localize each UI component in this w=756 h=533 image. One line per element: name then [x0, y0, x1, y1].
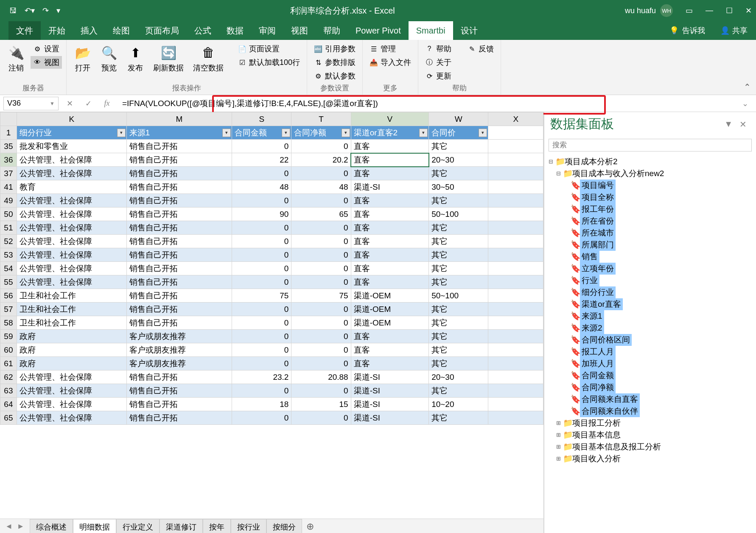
cell[interactable]: 其它: [429, 330, 488, 343]
cell[interactable]: 18: [232, 398, 291, 411]
row-header-55[interactable]: 55: [0, 275, 17, 289]
fx-icon[interactable]: fx: [99, 97, 115, 110]
sheet-nav-next-icon[interactable]: ►: [17, 522, 25, 531]
cell[interactable]: 其它: [429, 384, 488, 398]
cell[interactable]: 75: [232, 289, 291, 303]
menu-tab-插入[interactable]: 插入: [73, 21, 105, 40]
cell[interactable]: 0: [291, 343, 351, 357]
sheet-tab-明细数据[interactable]: 明细数据: [73, 519, 116, 533]
chevron-down-icon[interactable]: ▼: [50, 101, 55, 107]
panel-menu-icon[interactable]: ▼: [721, 119, 736, 129]
sheet-tab-按细分[interactable]: 按细分: [266, 519, 302, 533]
sheet-tab-按年[interactable]: 按年: [203, 519, 231, 533]
cell[interactable]: 销售自己开拓: [126, 398, 232, 411]
ribbon-设置[interactable]: ⚙设置: [31, 42, 62, 55]
cell[interactable]: 公共管理、社会保障: [17, 411, 126, 425]
menu-tab-设计[interactable]: 设计: [453, 21, 485, 40]
ribbon-注销[interactable]: 🔌注销: [4, 42, 28, 75]
ribbon-display-icon[interactable]: ▭: [686, 6, 693, 15]
cell[interactable]: 10~20: [429, 398, 488, 411]
tree-node[interactable]: 🔖来源1: [548, 310, 753, 322]
user-account[interactable]: wu huafu WH: [625, 4, 673, 17]
enter-formula-icon[interactable]: ✓: [81, 97, 96, 110]
row-header-49[interactable]: 49: [0, 194, 17, 208]
ribbon-更新[interactable]: ⟳更新: [423, 70, 454, 82]
expand-icon[interactable]: ⊟: [548, 156, 554, 168]
row-header-50[interactable]: 50: [0, 208, 17, 221]
cell[interactable]: 30~50: [429, 180, 488, 194]
table-header[interactable]: 渠道or直客2▾: [351, 126, 428, 140]
cell[interactable]: 销售自己开拓: [126, 235, 232, 248]
row-header-36[interactable]: 36: [0, 153, 17, 167]
cell[interactable]: 公共管理、社会保障: [17, 398, 126, 411]
sheet-tab-渠道修订[interactable]: 渠道修订: [160, 519, 203, 533]
tree-node[interactable]: ⊞📁项目基本信息: [548, 429, 753, 441]
cell[interactable]: 0: [291, 384, 351, 398]
filter-icon[interactable]: ▾: [479, 129, 487, 137]
tree-node[interactable]: 🔖销售: [548, 251, 753, 263]
cell[interactable]: 20~30: [429, 153, 488, 167]
share-button[interactable]: 👤共享: [712, 21, 756, 40]
cell[interactable]: 0: [232, 235, 291, 248]
filter-icon[interactable]: ▾: [117, 129, 126, 137]
table-header[interactable]: 细分行业▾: [17, 126, 126, 140]
cell[interactable]: 销售自己开拓: [126, 167, 232, 180]
panel-search-input[interactable]: [549, 139, 752, 151]
cell[interactable]: 直客: [351, 153, 428, 167]
tree-node[interactable]: 🔖渠道or直客: [548, 298, 753, 310]
tree-node[interactable]: ⊟📁项目成本与收入分析new2: [548, 168, 753, 180]
ribbon-引用参数[interactable]: 🔤引用参数: [311, 42, 358, 55]
cell[interactable]: 其它: [429, 167, 488, 180]
cell[interactable]: 卫生和社会工作: [17, 316, 126, 330]
row-header-37[interactable]: 37: [0, 167, 17, 180]
table-header[interactable]: 合同金额▾: [232, 126, 291, 140]
tree-node[interactable]: 🔖立项年份: [548, 263, 753, 275]
tree-node[interactable]: 🔖项目编号: [548, 180, 753, 191]
formula-input[interactable]: [118, 97, 734, 110]
expand-icon[interactable]: ⊞: [555, 429, 561, 441]
ribbon-关于[interactable]: ⓘ关于: [423, 56, 454, 69]
menu-tab-Power Pivot[interactable]: Power Pivot: [348, 21, 409, 40]
cell[interactable]: 50~100: [429, 289, 488, 303]
menu-tab-文件[interactable]: 文件: [8, 21, 41, 40]
cell[interactable]: 15: [291, 398, 351, 411]
row-header-61[interactable]: 61: [0, 357, 17, 370]
ribbon-清空数据[interactable]: 🗑清空数据: [190, 42, 227, 75]
undo-icon[interactable]: ↶▾: [25, 6, 35, 15]
tree-node[interactable]: 🔖加班人月: [548, 358, 753, 370]
cell[interactable]: 公共管理、社会保障: [17, 208, 126, 221]
cell[interactable]: 50~100: [429, 208, 488, 221]
cell[interactable]: 销售自己开拓: [126, 384, 232, 398]
tree-node[interactable]: 🔖行业: [548, 275, 753, 286]
table-header[interactable]: 来源1▾: [126, 126, 232, 140]
ribbon-默认加载100行[interactable]: ☑默认加载100行: [235, 56, 302, 69]
cell[interactable]: 直客: [351, 194, 428, 208]
menu-tab-页面布局[interactable]: 页面布局: [137, 21, 187, 40]
tree-node[interactable]: 🔖报工年份: [548, 203, 753, 215]
cell[interactable]: 渠道-OEM: [351, 303, 428, 316]
cell[interactable]: 销售自己开拓: [126, 180, 232, 194]
cell[interactable]: 销售自己开拓: [126, 194, 232, 208]
cell[interactable]: 销售自己开拓: [126, 248, 232, 262]
tree-node[interactable]: 🔖报工人月: [548, 346, 753, 358]
cell[interactable]: 0: [291, 221, 351, 235]
row-header-65[interactable]: 65: [0, 411, 17, 425]
cell[interactable]: 0: [291, 330, 351, 343]
cell[interactable]: 其它: [429, 235, 488, 248]
cell[interactable]: 销售自己开拓: [126, 208, 232, 221]
menu-tab-公式[interactable]: 公式: [187, 21, 219, 40]
minimize-icon[interactable]: —: [706, 6, 713, 15]
cell[interactable]: 75: [291, 289, 351, 303]
cell[interactable]: 销售自己开拓: [126, 153, 232, 167]
maximize-icon[interactable]: ☐: [726, 6, 733, 15]
sheet-tab-行业定义[interactable]: 行业定义: [116, 519, 160, 533]
cell[interactable]: 渠道-SI: [351, 180, 428, 194]
row-header-51[interactable]: 51: [0, 221, 17, 235]
cell[interactable]: 其它: [429, 262, 488, 275]
table-header[interactable]: 合同价▾: [429, 126, 488, 140]
col-header-S[interactable]: S: [232, 112, 291, 126]
sheet-tab-综合概述[interactable]: 综合概述: [30, 519, 73, 533]
cell[interactable]: 0: [291, 194, 351, 208]
cell[interactable]: 政府: [17, 357, 126, 370]
menu-tab-开始[interactable]: 开始: [41, 21, 73, 40]
